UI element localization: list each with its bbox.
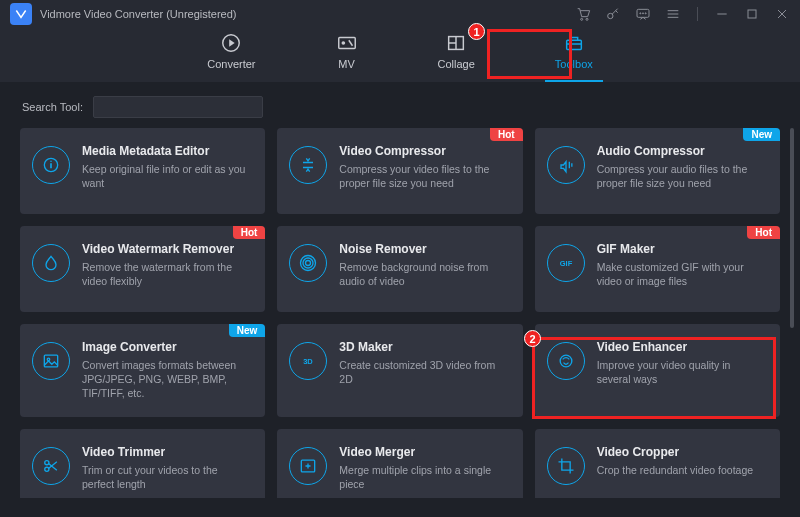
tool-description: Remove the watermark from the video flex… bbox=[82, 260, 251, 288]
tab-label: MV bbox=[338, 58, 355, 70]
tool-title: Video Merger bbox=[339, 445, 508, 459]
tool-description: Compress your audio files to the proper … bbox=[597, 162, 766, 190]
new-badge: New bbox=[229, 324, 266, 337]
svg-text:GIF: GIF bbox=[559, 259, 572, 268]
tool-card-info[interactable]: Media Metadata Editor Keep original file… bbox=[20, 128, 265, 214]
tool-title: 3D Maker bbox=[339, 340, 508, 354]
mv-icon bbox=[336, 32, 358, 54]
svg-point-15 bbox=[303, 258, 313, 268]
tool-description: Merge multiple clips into a single piece bbox=[339, 463, 508, 491]
tool-title: Video Watermark Remover bbox=[82, 242, 251, 256]
app-logo-icon bbox=[10, 3, 32, 25]
key-icon[interactable] bbox=[605, 6, 621, 22]
new-badge: New bbox=[743, 128, 780, 141]
cart-icon[interactable] bbox=[575, 6, 591, 22]
crop-icon bbox=[547, 447, 585, 485]
gif-icon: GIF bbox=[547, 244, 585, 282]
app-title: Vidmore Video Converter (Unregistered) bbox=[40, 8, 236, 20]
toolbox-icon bbox=[563, 32, 585, 54]
info-icon bbox=[32, 146, 70, 184]
titlebar: Vidmore Video Converter (Unregistered) C… bbox=[0, 0, 800, 82]
tool-title: Video Cropper bbox=[597, 445, 766, 459]
tool-description: Remove background noise from audio of vi… bbox=[339, 260, 508, 288]
tab-mv[interactable]: MV bbox=[326, 28, 368, 76]
tool-grid: Media Metadata Editor Keep original file… bbox=[20, 128, 780, 498]
tab-toolbox[interactable]: Toolbox bbox=[545, 28, 603, 76]
converter-icon bbox=[220, 32, 242, 54]
tool-card-noise[interactable]: Noise Remover Remove background noise fr… bbox=[277, 226, 522, 312]
svg-point-4 bbox=[640, 13, 641, 14]
tool-title: Audio Compressor bbox=[597, 144, 766, 158]
tool-card-gif[interactable]: Hot GIF GIF Maker Make customized GIF wi… bbox=[535, 226, 780, 312]
tool-title: Image Converter bbox=[82, 340, 251, 354]
enhance-icon bbox=[547, 342, 585, 380]
tool-title: Video Compressor bbox=[339, 144, 508, 158]
svg-rect-18 bbox=[44, 355, 57, 367]
tool-description: Create customized 3D video from 2D bbox=[339, 358, 508, 386]
tool-card-image[interactable]: New Image Converter Convert images forma… bbox=[20, 324, 265, 417]
tool-title: Noise Remover bbox=[339, 242, 508, 256]
tool-title: Video Enhancer bbox=[597, 340, 766, 354]
svg-point-6 bbox=[645, 13, 646, 14]
scrollbar[interactable] bbox=[790, 128, 794, 328]
search-input[interactable] bbox=[93, 96, 263, 118]
tab-converter[interactable]: Converter bbox=[197, 28, 265, 76]
tool-description: Crop the redundant video footage bbox=[597, 463, 766, 477]
tool-description: Compress your video files to the proper … bbox=[339, 162, 508, 190]
tool-description: Improve your video quality in several wa… bbox=[597, 358, 766, 386]
svg-point-21 bbox=[560, 355, 572, 367]
search-label: Search Tool: bbox=[22, 101, 83, 113]
compress-icon bbox=[289, 146, 327, 184]
image-icon bbox=[32, 342, 70, 380]
tab-label: Converter bbox=[207, 58, 255, 70]
svg-point-0 bbox=[581, 18, 583, 20]
svg-rect-12 bbox=[566, 40, 581, 49]
maximize-icon[interactable] bbox=[744, 6, 760, 22]
collage-icon bbox=[445, 32, 467, 54]
close-icon[interactable] bbox=[774, 6, 790, 22]
svg-rect-7 bbox=[748, 10, 756, 18]
tool-card-trim[interactable]: Video Trimmer Trim or cut your videos to… bbox=[20, 429, 265, 498]
svg-point-1 bbox=[586, 18, 588, 20]
main-nav: Converter MV Collage Toolbox bbox=[0, 28, 800, 82]
tool-description: Trim or cut your videos to the perfect l… bbox=[82, 463, 251, 491]
tool-description: Make customized GIF with your video or i… bbox=[597, 260, 766, 288]
minimize-icon[interactable] bbox=[714, 6, 730, 22]
svg-point-5 bbox=[642, 13, 643, 14]
tool-description: Keep original file info or edit as you w… bbox=[82, 162, 251, 190]
tab-collage[interactable]: Collage bbox=[428, 28, 485, 76]
tool-title: GIF Maker bbox=[597, 242, 766, 256]
menu-icon[interactable] bbox=[665, 6, 681, 22]
trim-icon bbox=[32, 447, 70, 485]
tool-card-enhance[interactable]: Video Enhancer Improve your video qualit… bbox=[535, 324, 780, 417]
tab-label: Toolbox bbox=[555, 58, 593, 70]
tab-label: Collage bbox=[438, 58, 475, 70]
divider bbox=[697, 7, 698, 21]
3d-icon: 3D bbox=[289, 342, 327, 380]
tool-card-crop[interactable]: Video Cropper Crop the redundant video f… bbox=[535, 429, 780, 498]
svg-text:3D: 3D bbox=[304, 357, 314, 366]
hot-badge: Hot bbox=[233, 226, 266, 239]
audio-compress-icon bbox=[547, 146, 585, 184]
svg-point-14 bbox=[306, 261, 311, 266]
tool-title: Media Metadata Editor bbox=[82, 144, 251, 158]
tool-card-3d[interactable]: 3D 3D Maker Create customized 3D video f… bbox=[277, 324, 522, 417]
tool-description: Convert images formats between JPG/JPEG,… bbox=[82, 358, 251, 401]
search-bar: Search Tool: bbox=[0, 82, 800, 128]
hot-badge: Hot bbox=[747, 226, 780, 239]
tool-card-watermark[interactable]: Hot Video Watermark Remover Remove the w… bbox=[20, 226, 265, 312]
tool-card-merge[interactable]: Video Merger Merge multiple clips into a… bbox=[277, 429, 522, 498]
noise-icon bbox=[289, 244, 327, 282]
tool-card-audio-compress[interactable]: New Audio Compressor Compress your audio… bbox=[535, 128, 780, 214]
tool-card-compress[interactable]: Hot Video Compressor Compress your video… bbox=[277, 128, 522, 214]
tool-title: Video Trimmer bbox=[82, 445, 251, 459]
merge-icon bbox=[289, 447, 327, 485]
svg-rect-9 bbox=[338, 38, 355, 49]
feedback-icon[interactable] bbox=[635, 6, 651, 22]
hot-badge: Hot bbox=[490, 128, 523, 141]
svg-point-2 bbox=[608, 13, 613, 18]
watermark-icon bbox=[32, 244, 70, 282]
svg-point-10 bbox=[341, 41, 345, 45]
